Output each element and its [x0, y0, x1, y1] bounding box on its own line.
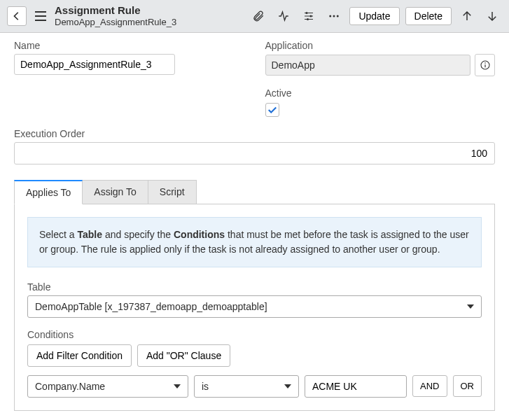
conditions-label: Conditions — [27, 329, 482, 340]
sliders-icon — [302, 10, 315, 22]
chevron-left-icon — [12, 11, 22, 21]
name-input[interactable] — [14, 54, 175, 75]
tab-applies-to[interactable]: Applies To — [14, 180, 83, 204]
paperclip-icon — [252, 10, 265, 22]
previous-record-button[interactable] — [457, 6, 477, 26]
svg-point-5 — [337, 15, 339, 17]
info-message: Select a Table and specify the Condition… — [27, 217, 482, 267]
hamburger-icon — [34, 10, 47, 22]
settings-sliders-button[interactable] — [299, 6, 319, 26]
add-or-clause-button[interactable]: Add "OR" Clause — [137, 344, 230, 367]
tab-bar: Applies To Assign To Script — [14, 180, 495, 204]
condition-or-button[interactable]: OR — [453, 375, 482, 397]
more-actions-button[interactable] — [324, 6, 344, 26]
condition-field-value: Company.Name — [35, 381, 105, 392]
application-value: DemoApp — [265, 55, 471, 76]
delete-button[interactable]: Delete — [405, 7, 452, 25]
svg-point-0 — [306, 12, 308, 14]
activity-icon — [277, 10, 290, 22]
table-label: Table — [27, 281, 482, 293]
condition-and-button[interactable]: AND — [412, 375, 447, 397]
active-checkbox[interactable] — [265, 103, 279, 117]
next-record-button[interactable] — [482, 6, 502, 26]
attachments-button[interactable] — [249, 6, 268, 26]
record-subtitle: DemoApp_AssignmentRule_3 — [55, 17, 176, 28]
condition-field-select[interactable]: Company.Name — [27, 375, 188, 398]
update-button[interactable]: Update — [349, 7, 399, 25]
menu-button[interactable] — [32, 8, 49, 24]
add-filter-condition-button[interactable]: Add Filter Condition — [27, 344, 132, 367]
svg-point-4 — [333, 15, 335, 17]
tab-script[interactable]: Script — [148, 180, 197, 204]
condition-row: Company.Name is AND OR — [27, 375, 482, 398]
table-select-value: DemoAppTable [x_197387_demoapp_demoappta… — [35, 301, 267, 312]
applies-to-panel: Select a Table and specify the Condition… — [14, 204, 495, 411]
table-select[interactable]: DemoAppTable [x_197387_demoapp_demoappta… — [27, 295, 482, 318]
caret-down-icon — [174, 384, 181, 388]
condition-operator-value: is — [202, 381, 209, 392]
tab-assign-to[interactable]: Assign To — [82, 180, 148, 204]
checkmark-icon — [267, 105, 277, 115]
arrow-up-icon — [461, 10, 473, 22]
active-label: Active — [265, 88, 496, 99]
name-label: Name — [14, 40, 244, 51]
page-title: Assignment Rule — [55, 4, 176, 17]
execution-order-input[interactable] — [14, 142, 495, 164]
application-label: Application — [265, 40, 496, 51]
more-horizontal-icon — [328, 10, 340, 22]
activity-button[interactable] — [274, 6, 293, 26]
arrow-down-icon — [486, 10, 498, 22]
condition-value-input[interactable] — [305, 375, 407, 398]
caret-down-icon — [284, 384, 291, 388]
svg-point-1 — [310, 15, 312, 17]
info-icon — [480, 59, 491, 71]
svg-point-7 — [484, 62, 486, 64]
back-button[interactable] — [7, 6, 27, 26]
caret-down-icon — [467, 304, 474, 309]
svg-point-2 — [307, 18, 309, 20]
page-header: Assignment Rule DemoApp_AssignmentRule_3… — [0, 0, 509, 33]
form-content: Name Application DemoApp Active Executio… — [0, 33, 509, 164]
title-block: Assignment Rule DemoApp_AssignmentRule_3 — [55, 4, 176, 28]
application-info-button[interactable] — [475, 54, 495, 76]
condition-operator-select[interactable]: is — [194, 375, 299, 398]
execution-order-label: Execution Order — [14, 128, 495, 139]
svg-point-3 — [330, 15, 332, 17]
